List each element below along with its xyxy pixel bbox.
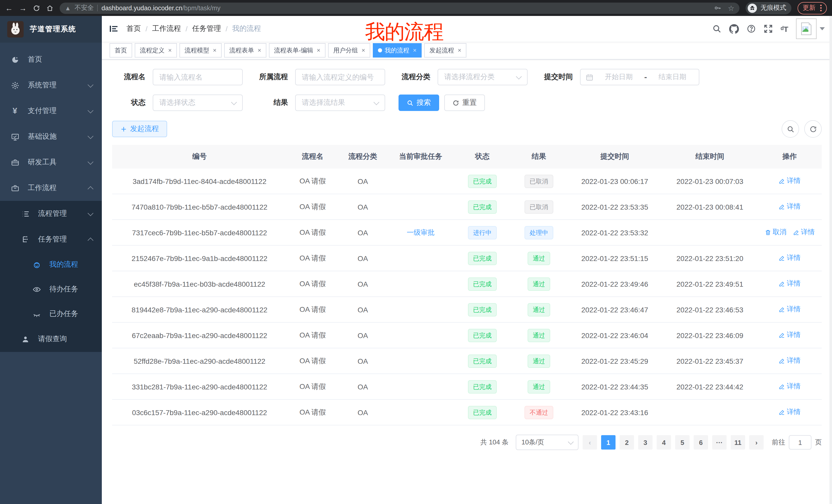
detail-link[interactable]: 详情: [793, 228, 815, 237]
sidebar-item-支付管理[interactable]: ¥支付管理: [0, 98, 102, 124]
tab-label: 我的流程: [385, 46, 409, 55]
close-icon[interactable]: ×: [362, 47, 365, 53]
user-avatar[interactable]: [796, 19, 825, 39]
tab-首页[interactable]: 首页: [109, 43, 132, 58]
tab-流程模型[interactable]: 流程模型×: [179, 43, 222, 58]
github-icon[interactable]: [729, 24, 739, 34]
help-icon[interactable]: [747, 24, 756, 33]
cancel-link[interactable]: 取消: [764, 228, 786, 237]
breadcrumb-item-首页[interactable]: 首页: [127, 24, 141, 33]
sidebar-item-已办任务[interactable]: 已办任务: [0, 302, 102, 326]
tab-我的流程[interactable]: 我的流程×: [373, 43, 422, 58]
detail-link[interactable]: 详情: [779, 202, 801, 212]
status-select[interactable]: 请选择状态: [153, 94, 243, 111]
table-header-row: 编号流程名流程分类当前审批任务状态结果提交时间结束时间操作: [112, 145, 822, 169]
search-toggle-button[interactable]: [782, 120, 799, 138]
tab-流程表单[interactable]: 流程表单×: [224, 43, 266, 58]
breadcrumb-item-任务管理[interactable]: 任务管理: [192, 24, 221, 33]
toolbox-icon: [10, 158, 20, 167]
detail-link[interactable]: 详情: [779, 356, 801, 366]
cell-result: 已取消: [511, 194, 567, 220]
process-category-select[interactable]: 请选择流程分类: [438, 69, 527, 85]
address-bar[interactable]: ▲ 不安全 dashboard.yudao.iocoder.cn/bpm/tas…: [60, 2, 739, 13]
breadcrumb-item-工作流程[interactable]: 工作流程: [152, 24, 181, 33]
tab-流程表单-编辑[interactable]: 流程表单-编辑×: [269, 43, 326, 58]
fontsize-icon[interactable]: ᵈT: [781, 25, 788, 33]
sidebar-item-系统管理[interactable]: 系统管理: [0, 73, 102, 98]
page-button-6[interactable]: 6: [694, 435, 708, 450]
sidebar-item-我的流程[interactable]: 我的流程: [0, 252, 102, 277]
sidebar-item-任务管理[interactable]: 任务管理: [0, 227, 102, 252]
password-key-icon[interactable]: [714, 4, 722, 12]
detail-link[interactable]: 详情: [779, 382, 801, 391]
reload-icon[interactable]: [33, 4, 40, 11]
create-process-button[interactable]: 发起流程: [112, 121, 167, 137]
fullscreen-icon[interactable]: [763, 24, 773, 33]
sidebar-item-请假查询[interactable]: 请假查询: [0, 326, 102, 352]
result-select[interactable]: 请选择流结果: [295, 94, 385, 111]
pagination-ellipsis[interactable]: ···: [712, 435, 727, 450]
next-page-button[interactable]: ›: [749, 435, 763, 450]
close-icon[interactable]: ×: [413, 47, 417, 53]
table-row: 67c2eaab-7b9a-11ec-a290-acde48001122OA 请…: [112, 323, 822, 348]
prev-page-button[interactable]: ‹: [582, 435, 597, 450]
cell-category: OA: [338, 194, 387, 220]
sidebar-item-研发工具[interactable]: 研发工具: [0, 149, 102, 175]
close-icon[interactable]: ×: [213, 47, 216, 53]
process-category-label: 流程分类: [398, 73, 431, 82]
app-logo-row[interactable]: 芋道管理系统: [0, 16, 102, 43]
sidebar-item-首页[interactable]: 首页: [0, 47, 102, 73]
search-button[interactable]: 搜索: [398, 94, 439, 111]
cell-result-badge: 通过: [527, 329, 550, 342]
back-icon[interactable]: ←: [5, 4, 13, 12]
page-button-11[interactable]: 11: [731, 435, 745, 450]
update-button[interactable]: 更新: [798, 2, 827, 14]
close-icon[interactable]: ×: [317, 47, 320, 53]
chevron-down-icon: [88, 82, 94, 88]
detail-link[interactable]: 详情: [779, 279, 801, 288]
cell-status-badge: 已完成: [468, 174, 497, 188]
detail-link[interactable]: 详情: [779, 305, 801, 314]
page-button-4[interactable]: 4: [657, 435, 671, 450]
table-row: ec45f38f-7b9a-11ec-b03b-acde48001122OA 请…: [112, 271, 822, 297]
page-button-3[interactable]: 3: [638, 435, 653, 450]
chevron-down-icon: [568, 439, 574, 445]
sidebar-item-label: 首页: [28, 55, 42, 64]
sidebar-item-基础设施[interactable]: 基础设施: [0, 124, 102, 149]
reset-button[interactable]: 重置: [444, 94, 485, 111]
detail-link[interactable]: 详情: [779, 331, 801, 340]
close-icon[interactable]: ×: [458, 47, 461, 53]
process-name-input[interactable]: [153, 69, 243, 85]
close-icon[interactable]: ×: [168, 47, 172, 53]
page-button-5[interactable]: 5: [675, 435, 690, 450]
cell-id: 67c2eaab-7b9a-11ec-a290-acde48001122: [112, 323, 287, 348]
page-button-1[interactable]: 1: [601, 435, 616, 450]
forward-icon[interactable]: →: [19, 4, 27, 12]
page-button-2[interactable]: 2: [620, 435, 634, 450]
goto-page-input[interactable]: [789, 435, 811, 450]
page-size-select[interactable]: 10条/页: [516, 435, 578, 450]
home-icon[interactable]: [46, 4, 53, 11]
sidebar-toggle-icon[interactable]: [109, 24, 118, 33]
browser-menu-icon[interactable]: [820, 5, 822, 11]
column-header-当前审批任务: 当前审批任务: [387, 145, 454, 169]
sidebar-item-待办任务[interactable]: 待办任务: [0, 277, 102, 302]
detail-link[interactable]: 详情: [779, 176, 801, 186]
detail-link[interactable]: 详情: [779, 408, 801, 417]
tab-流程定义[interactable]: 流程定义×: [135, 43, 177, 58]
edit-icon: [779, 203, 785, 210]
sidebar-item-流程管理[interactable]: 流程管理: [0, 201, 102, 227]
cell-end-time: 2022-01-22 23:49:51: [662, 271, 757, 297]
current-task-link[interactable]: 一级审批: [407, 228, 435, 237]
tab-发起流程[interactable]: 发起流程×: [424, 43, 466, 58]
refresh-table-button[interactable]: [804, 120, 822, 138]
tab-用户分组[interactable]: 用户分组×: [328, 43, 370, 58]
detail-link[interactable]: 详情: [779, 254, 801, 263]
submit-time-range-picker[interactable]: 开始日期 - 结束日期: [580, 69, 699, 85]
search-icon[interactable]: [712, 24, 722, 33]
page-scrollbar[interactable]: [829, 16, 832, 504]
bookmark-star-icon[interactable]: ☆: [728, 4, 734, 12]
sidebar-item-工作流程[interactable]: 工作流程: [0, 175, 102, 201]
process-definition-input[interactable]: [295, 69, 385, 85]
close-icon[interactable]: ×: [258, 47, 261, 53]
